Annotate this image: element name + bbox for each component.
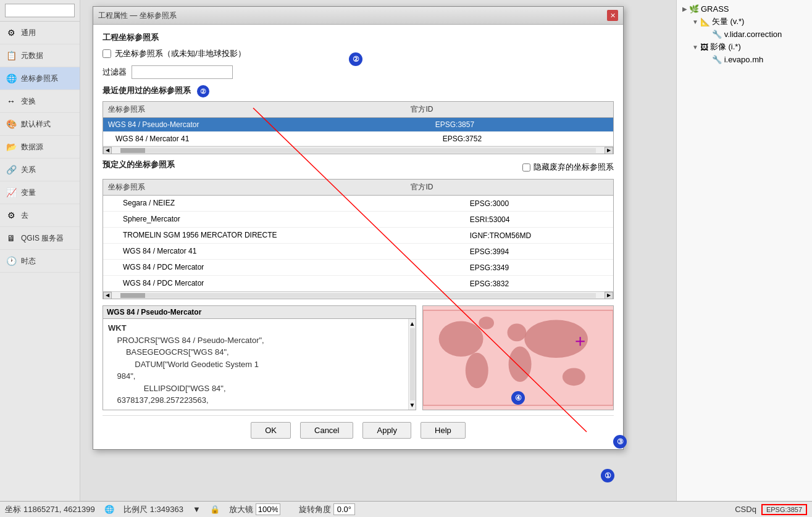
recent-col-crs: 坐标参照系 xyxy=(103,102,406,118)
datasource-icon: 📂 xyxy=(5,141,17,153)
dialog-title: 工程属性 — 坐标参照系 xyxy=(98,10,177,21)
scroll-down-arrow[interactable]: ▼ xyxy=(409,402,416,408)
predefined-crs-id-4: EPSG:3349 xyxy=(458,260,613,276)
vector-arrow: ▼ xyxy=(692,19,698,25)
scroll-right-btn[interactable]: ▶ xyxy=(605,147,613,154)
badge-4: ④ xyxy=(511,391,525,405)
wkt-body[interactable]: WKT PROJCRS["WGS 84 / Pseudo-Mercator", … xyxy=(103,319,408,410)
pred-scroll-thumb xyxy=(120,293,145,298)
badge-1: ① xyxy=(601,469,614,482)
predefined-crs-table-wrap: 坐标参照系 官方ID Segara / NEIEZ EPSG:3000 xyxy=(103,179,614,299)
crs-status-badge[interactable]: EPSG:3857 xyxy=(761,504,807,515)
tree-item-ievapo[interactable]: 🔧 i.evapo.mh xyxy=(709,54,809,65)
crs-dialog: 工程属性 — 坐标参照系 ✕ 工程坐标参照系 无坐标参照系（或未知/非地球投影）… xyxy=(93,6,624,450)
predefined-crs-name-4: WGS 84 / PDC Mercator xyxy=(103,260,458,276)
recent-horiz-scrollbar[interactable]: ◀ ▶ xyxy=(103,146,613,154)
sidebar-label-style: 默认样式 xyxy=(21,119,51,130)
predefined-col-crs: 坐标参照系 xyxy=(103,180,406,196)
filter-input-wrap xyxy=(132,65,614,79)
coord-item: 坐标 11865271, 4621399 xyxy=(5,504,95,515)
svg-point-3 xyxy=(466,353,488,388)
predefined-crs-title: 预定义的坐标参照系 xyxy=(103,159,175,170)
image-icon: 🖼 xyxy=(700,43,708,52)
sidebar-item-style[interactable]: 🎨 默认样式 xyxy=(0,113,80,136)
transform-icon: ↔ xyxy=(5,95,17,107)
pred-scroll-left[interactable]: ◀ xyxy=(103,292,112,299)
sidebar-item-general[interactable]: ⚙ 通用 xyxy=(0,22,80,44)
table-row[interactable]: WGS 84 / PDC Mercator EPSG:3832 xyxy=(103,276,613,292)
no-crs-checkbox[interactable] xyxy=(103,49,111,58)
recent-crs-table-wrap: 坐标参照系 官方ID WGS 84 / Pseudo-Mercator EPSG… xyxy=(103,101,614,154)
map-bg: ④ xyxy=(423,306,613,410)
table-row[interactable]: WGS 84 / PDC Mercator EPSG:3349 xyxy=(103,260,613,276)
rotation-item: 旋转角度 xyxy=(299,503,355,515)
filter-input[interactable] xyxy=(132,65,233,79)
tree-item-vector[interactable]: ▼ 📐 矢量 (v.*) xyxy=(690,15,809,28)
table-row[interactable]: WGS 84 / Pseudo-Mercator EPSG:3857 xyxy=(103,118,613,132)
table-row[interactable]: WGS 84 / Mercator 41 EPSG:3752 xyxy=(103,132,613,146)
coord-label: 坐标 xyxy=(5,504,21,515)
badge-2-annotation: ② xyxy=(349,52,362,66)
wkt-header: WGS 84 / Pseudo-Mercator xyxy=(103,306,416,319)
sidebar-label-goto: 去 xyxy=(21,210,28,221)
sidebar-label-metadata: 元数据 xyxy=(21,51,43,61)
rotation-input[interactable] xyxy=(333,503,355,515)
zoom-input[interactable] xyxy=(256,503,280,515)
wkt-label: WKT xyxy=(108,322,403,334)
wkt-body-wrap: WKT PROJCRS["WGS 84 / Pseudo-Mercator", … xyxy=(103,319,416,410)
general-icon: ⚙ xyxy=(5,27,17,39)
apply-button[interactable]: Apply xyxy=(362,422,411,439)
scroll-track xyxy=(120,148,596,153)
sidebar-item-variable[interactable]: 📈 变量 xyxy=(0,181,80,204)
temporal-icon: 🕐 xyxy=(5,255,17,267)
tree-vector-group: ▼ 📐 矢量 (v.*) 🔧 v.lidar.correction xyxy=(680,15,809,40)
predefined-crs-name-1: Sphere_Mercator xyxy=(103,212,458,228)
vlidar-icon: 🔧 xyxy=(712,30,722,39)
dialog-close-button[interactable]: ✕ xyxy=(607,10,618,21)
sidebar-item-datasource[interactable]: 📂 数据源 xyxy=(0,136,80,159)
tree-item-grass[interactable]: ▶ 🌿 GRASS xyxy=(680,3,809,15)
sidebar-item-qgis-server[interactable]: 🖥 QGIS 服务器 xyxy=(0,227,80,250)
sidebar-label-variable: 变量 xyxy=(21,188,36,198)
tree-item-image[interactable]: ▼ 🖼 影像 (i.*) xyxy=(690,40,809,54)
recent-crs-title: 最近使用过的坐标参照系 ② xyxy=(103,85,614,96)
predefined-crs-name-0: Segara / NEIEZ xyxy=(103,196,458,212)
table-row[interactable]: WGS 84 / Mercator 41 EPSG:3994 xyxy=(103,244,613,260)
hide-obsolete-checkbox[interactable] xyxy=(522,163,530,172)
vector-icon: 📐 xyxy=(700,17,710,27)
predefined-col-table: 坐标参照系 官方ID xyxy=(103,180,613,196)
scroll-up-arrow[interactable]: ▲ xyxy=(409,320,416,327)
crs-icon: 🌐 xyxy=(5,72,17,85)
table-row[interactable]: TROMELIN SGM 1956 MERCATOR DIRECTE IGNF:… xyxy=(103,228,613,244)
wkt-scrollbar[interactable]: ▲ ▼ xyxy=(408,319,416,410)
sidebar-search-header xyxy=(0,0,80,22)
help-button[interactable]: Help xyxy=(421,422,466,439)
predefined-horiz-scrollbar[interactable]: ◀ ▶ xyxy=(103,291,613,299)
sidebar-item-temporal[interactable]: 🕐 时态 xyxy=(0,250,80,273)
table-row[interactable]: Sphere_Mercator ESRI:53004 xyxy=(103,212,613,228)
recent-col-id: 官方ID xyxy=(406,102,613,118)
scroll-left-btn[interactable]: ◀ xyxy=(103,147,112,154)
sidebar-item-crs[interactable]: 🌐 坐标参照系 xyxy=(0,67,80,90)
predefined-crs-scrollbox[interactable]: Segara / NEIEZ EPSG:3000 Sphere_Mercator… xyxy=(103,196,613,291)
tree-item-vlidar[interactable]: 🔧 v.lidar.correction xyxy=(709,28,809,40)
pred-scroll-right[interactable]: ▶ xyxy=(605,292,613,299)
image-label: 影像 (i.*) xyxy=(710,41,741,52)
recent-crs-scrollbox[interactable]: WGS 84 / Pseudo-Mercator EPSG:3857 WGS 8… xyxy=(103,118,613,146)
ok-button[interactable]: OK xyxy=(251,422,291,439)
predefined-crs-name-3: WGS 84 / Mercator 41 xyxy=(103,244,458,260)
sidebar-item-transform[interactable]: ↔ 变换 xyxy=(0,90,80,113)
sidebar-item-relation[interactable]: 🔗 关系 xyxy=(0,159,80,181)
ievapo-label: i.evapo.mh xyxy=(724,55,764,64)
svg-point-5 xyxy=(509,347,532,382)
sidebar-item-goto[interactable]: ⚙ 去 xyxy=(0,204,80,227)
scale-dropdown-icon[interactable]: ▼ xyxy=(193,505,201,514)
predefined-col-id: 官方ID xyxy=(406,180,613,196)
recent-crs-name-0: WGS 84 / Pseudo-Mercator xyxy=(103,118,430,132)
table-row[interactable]: Segara / NEIEZ EPSG:3000 xyxy=(103,196,613,212)
sidebar-search-input[interactable] xyxy=(5,4,75,17)
cancel-button[interactable]: Cancel xyxy=(300,422,353,439)
watermark-text: CSDq xyxy=(735,505,756,514)
sidebar-item-metadata[interactable]: 📋 元数据 xyxy=(0,44,80,67)
tree-image-group: ▼ 🖼 影像 (i.*) 🔧 i.evapo.mh xyxy=(680,40,809,65)
